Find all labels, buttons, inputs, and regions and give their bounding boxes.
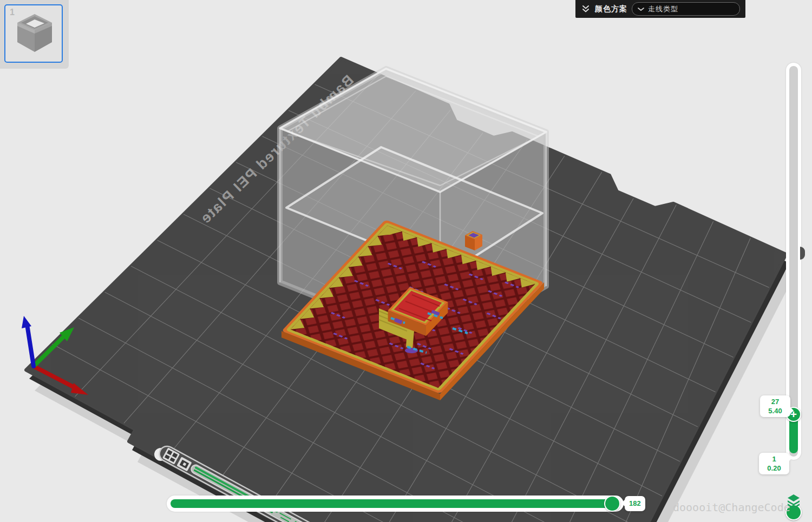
view-type-dropdown[interactable]: 走线类型 — [632, 2, 740, 16]
plate-thumbnail-panel: 1 — [0, 0, 69, 69]
z-axis-arrow — [22, 316, 31, 328]
bottom-layer-tooltip: 1 0.20 — [759, 453, 789, 474]
move-slider-handle[interactable] — [604, 495, 620, 512]
color-scheme-label: 颜色方案 — [595, 4, 627, 14]
top-layer-tooltip: 27 5.40 — [760, 395, 790, 417]
bottom-layer-number: 1 — [763, 454, 785, 464]
color-scheme-toolbar: 颜色方案 走线类型 — [575, 0, 745, 18]
move-tooltip: 182 — [625, 496, 645, 511]
view-type-value: 走线类型 — [648, 4, 678, 14]
chevrons-collapse-icon[interactable] — [581, 5, 591, 14]
layer-slider-track[interactable] — [789, 66, 798, 457]
plate-cube-icon — [13, 11, 56, 58]
layers-view-icon[interactable] — [784, 493, 803, 511]
plate-thumbnail-1[interactable]: 1 — [4, 4, 63, 63]
move-slider[interactable] — [167, 495, 624, 512]
top-layer-number: 27 — [764, 397, 786, 406]
prime-tower — [465, 231, 482, 250]
move-slider-fill — [171, 499, 610, 508]
bottom-layer-height: 0.20 — [763, 464, 785, 473]
top-layer-height: 5.40 — [764, 406, 786, 415]
viewport-3d[interactable]: Bambu Textured PEI Plate — [0, 0, 812, 522]
watermark: dooooit@ChangeCode — [673, 501, 790, 514]
chevron-down-icon — [638, 7, 644, 11]
move-value: 182 — [629, 499, 641, 507]
